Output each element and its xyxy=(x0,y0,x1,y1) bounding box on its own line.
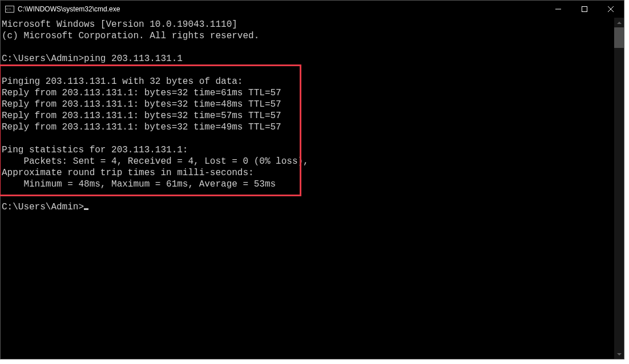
terminal-output[interactable]: Microsoft Windows [Version 10.0.19043.11… xyxy=(1,18,614,359)
rtt-line: Minimum = 48ms, Maximum = 61ms, Average … xyxy=(2,179,614,190)
stats-header: Ping statistics for 203.113.131.1: xyxy=(2,144,614,156)
version-line: Microsoft Windows [Version 10.0.19043.11… xyxy=(2,19,614,30)
scroll-up-button[interactable] xyxy=(614,18,624,27)
close-button[interactable] xyxy=(598,1,624,18)
minimize-button[interactable] xyxy=(545,1,571,18)
reply-line: Reply from 203.113.131.1: bytes=32 time=… xyxy=(2,122,614,133)
prompt-line-2: C:\Users\Admin> xyxy=(2,201,614,213)
window-title: C:\WINDOWS\system32\cmd.exe xyxy=(18,5,545,13)
reply-line: Reply from 203.113.131.1: bytes=32 time=… xyxy=(2,110,614,122)
scroll-thumb[interactable] xyxy=(614,27,624,48)
prompt-path: C:\Users\Admin> xyxy=(2,202,84,212)
prompt-line-1: C:\Users\Admin>ping 203.113.131.1 xyxy=(2,53,614,64)
window-controls xyxy=(545,1,624,18)
maximize-button[interactable] xyxy=(571,1,598,18)
cmd-icon: C:\ xyxy=(5,5,14,14)
terminal-area: Microsoft Windows [Version 10.0.19043.11… xyxy=(1,18,624,359)
blank-line xyxy=(2,133,614,144)
approx-line: Approximate round trip times in milli-se… xyxy=(2,167,614,179)
reply-line: Reply from 203.113.131.1: bytes=32 time=… xyxy=(2,87,614,99)
svg-marker-7 xyxy=(617,353,622,355)
blank-line xyxy=(2,64,614,76)
copyright-line: (c) Microsoft Corporation. All rights re… xyxy=(2,30,614,42)
cursor xyxy=(84,208,88,210)
svg-text:C:\: C:\ xyxy=(6,7,11,11)
vertical-scrollbar[interactable] xyxy=(614,18,624,359)
ping-header: Pinging 203.113.131.1 with 32 bytes of d… xyxy=(2,76,614,87)
cmd-window: C:\ C:\WINDOWS\system32\cmd.exe Microsof… xyxy=(0,0,624,359)
blank-line xyxy=(2,42,614,53)
svg-rect-3 xyxy=(582,7,587,12)
command-text: ping 203.113.131.1 xyxy=(84,54,183,64)
blank-line xyxy=(2,190,614,201)
prompt-path: C:\Users\Admin> xyxy=(2,54,84,64)
titlebar[interactable]: C:\ C:\WINDOWS\system32\cmd.exe xyxy=(1,1,624,18)
scroll-down-button[interactable] xyxy=(614,349,624,359)
reply-line: Reply from 203.113.131.1: bytes=32 time=… xyxy=(2,99,614,110)
packets-line: Packets: Sent = 4, Received = 4, Lost = … xyxy=(2,156,614,167)
svg-marker-6 xyxy=(617,22,622,24)
